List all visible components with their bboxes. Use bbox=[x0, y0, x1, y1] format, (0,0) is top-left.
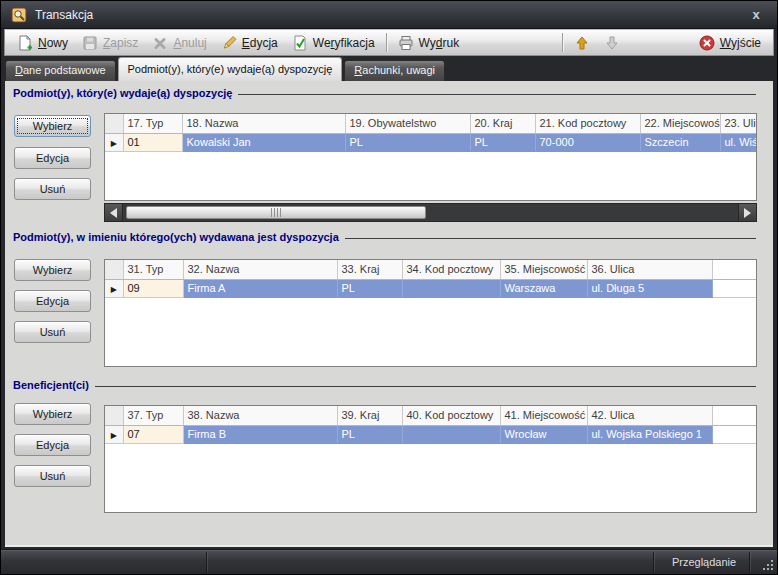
tab-rachunki-uwagi[interactable]: Rachunki, uwagi bbox=[344, 60, 445, 81]
select-button-issuers[interactable]: Wybierz bbox=[14, 115, 91, 137]
column-header[interactable]: 22. Miejscowość bbox=[640, 114, 720, 133]
row-indicator-header bbox=[105, 406, 123, 425]
column-header[interactable]: 38. Nazwa bbox=[183, 406, 337, 425]
column-header[interactable]: 33. Kraj bbox=[337, 260, 402, 279]
resize-grip[interactable] bbox=[771, 568, 773, 570]
cell-nazwa[interactable]: Kowalski Jan bbox=[182, 133, 345, 151]
select-button-beneficiaries[interactable]: Wybierz bbox=[14, 403, 91, 425]
column-header[interactable]: 31. Typ bbox=[123, 260, 183, 279]
save-icon bbox=[82, 35, 98, 51]
delete-button-issuers[interactable]: Usuń bbox=[14, 178, 91, 200]
cell-typ[interactable]: 07 bbox=[123, 425, 183, 443]
exit-button[interactable]: Wyjście bbox=[692, 33, 768, 53]
edit-button-beneficiaries[interactable]: Edycja bbox=[14, 434, 91, 456]
edit-button-principals[interactable]: Edycja bbox=[14, 290, 91, 312]
cell-typ[interactable]: 09 bbox=[123, 279, 183, 297]
cell-ulica[interactable]: ul. Długa 5 bbox=[587, 279, 712, 297]
tab-strip: Dane podstawowe Podmiot(y), który(e) wyd… bbox=[5, 57, 773, 81]
window-title: Transakcja bbox=[35, 8, 93, 22]
cell-kraj[interactable]: PL bbox=[337, 279, 402, 297]
scrollbar-track[interactable] bbox=[123, 204, 738, 221]
transaction-window: Transakcja x Nowy Zapisz bbox=[0, 0, 778, 575]
new-button[interactable]: Nowy bbox=[10, 33, 75, 53]
cell-nazwa[interactable]: Firma B bbox=[183, 425, 337, 443]
horizontal-scrollbar bbox=[104, 203, 757, 222]
column-header[interactable]: 36. Ulica bbox=[587, 260, 712, 279]
edit-button-issuers[interactable]: Edycja bbox=[14, 147, 91, 169]
issuers-header-row: 17. Typ 18. Nazwa 19. Obywatelstwo 20. K… bbox=[105, 114, 757, 133]
scroll-right-arrow-icon bbox=[744, 208, 751, 218]
move-up-button[interactable] bbox=[567, 33, 597, 53]
column-header[interactable]: 17. Typ bbox=[123, 114, 182, 133]
cell-kraj[interactable]: PL bbox=[470, 133, 535, 151]
close-icon[interactable]: x bbox=[745, 7, 767, 22]
tab-podmioty-dyspozycja[interactable]: Podmiot(y), który(e) wydaje(ą) dyspozycj… bbox=[118, 57, 343, 81]
section-header-beneficiaries: Beneficjent(ci) bbox=[13, 378, 756, 392]
move-down-button[interactable] bbox=[597, 33, 627, 53]
save-button[interactable]: Zapisz bbox=[75, 33, 145, 53]
arrow-up-icon bbox=[574, 35, 590, 51]
column-header[interactable]: 39. Kraj bbox=[337, 406, 402, 425]
column-header[interactable]: 34. Kod pocztowy bbox=[402, 260, 500, 279]
column-header[interactable]: 23. Ulica bbox=[720, 114, 757, 133]
column-filler bbox=[712, 260, 757, 279]
cell-obywatelstwo[interactable]: PL bbox=[345, 133, 470, 151]
cell-ulica[interactable]: ul. Wojska Polskiego 1 bbox=[587, 425, 712, 443]
column-header[interactable]: 32. Nazwa bbox=[183, 260, 337, 279]
statusbar-separator bbox=[749, 552, 750, 572]
scroll-left-arrow-icon bbox=[110, 208, 117, 218]
column-header[interactable]: 40. Kod pocztowy bbox=[402, 406, 500, 425]
column-filler bbox=[712, 406, 757, 425]
section-header-principals: Podmiot(y), w imieniu którego(ych) wydaw… bbox=[13, 230, 756, 244]
cell-miejscowosc[interactable]: Szczecin bbox=[640, 133, 720, 151]
column-header[interactable]: 37. Typ bbox=[123, 406, 183, 425]
column-header[interactable]: 18. Nazwa bbox=[182, 114, 345, 133]
cell-filler bbox=[712, 279, 757, 297]
toolbar-separator bbox=[386, 33, 387, 52]
principals-table-row[interactable]: ▶ 09 Firma A PL Warszawa ul. Długa 5 bbox=[105, 279, 757, 297]
edit-button[interactable]: Edycja bbox=[214, 33, 285, 53]
select-button-principals[interactable]: Wybierz bbox=[14, 259, 91, 281]
beneficiaries-grid: 37. Typ 38. Nazwa 39. Kraj 40. Kod poczt… bbox=[104, 405, 757, 513]
column-header[interactable]: 19. Obywatelstwo bbox=[345, 114, 470, 133]
row-selector-cell[interactable]: ▶ bbox=[105, 425, 123, 443]
delete-button-principals[interactable]: Usuń bbox=[14, 321, 91, 343]
statusbar-separator bbox=[653, 552, 654, 572]
column-header[interactable]: 21. Kod pocztowy bbox=[535, 114, 640, 133]
section-rule bbox=[345, 238, 756, 239]
cancel-button[interactable]: Anuluj bbox=[145, 33, 213, 53]
verify-button[interactable]: Weryfikacja bbox=[285, 33, 382, 53]
row-selector-cell[interactable]: ▶ bbox=[105, 133, 123, 151]
cell-kraj[interactable]: PL bbox=[337, 425, 402, 443]
column-header[interactable]: 35. Miejscowość bbox=[500, 260, 587, 279]
cell-typ[interactable]: 01 bbox=[123, 133, 182, 151]
scroll-left-button[interactable] bbox=[105, 204, 123, 221]
title-bar: Transakcja x bbox=[1, 1, 777, 29]
issuers-table-row[interactable]: ▶ 01 Kowalski Jan PL PL 70-000 Szczecin … bbox=[105, 133, 757, 151]
tab-content-panel: Podmiot(y), który(e) wydaje(ą) dyspozycj… bbox=[5, 81, 773, 547]
cell-miejscowosc[interactable]: Warszawa bbox=[500, 279, 587, 297]
row-indicator-header bbox=[105, 260, 123, 279]
issuers-grid: 17. Typ 18. Nazwa 19. Obywatelstwo 20. K… bbox=[104, 113, 757, 201]
tab-dane-podstawowe[interactable]: Dane podstawowe bbox=[5, 60, 116, 81]
cell-nazwa[interactable]: Firma A bbox=[183, 279, 337, 297]
scrollbar-thumb[interactable] bbox=[126, 206, 426, 219]
print-icon bbox=[398, 35, 414, 51]
cell-ulica[interactable]: ul. Wiś bbox=[720, 133, 757, 151]
cell-kod-pocztowy[interactable] bbox=[402, 425, 500, 443]
cell-kod-pocztowy[interactable]: 70-000 bbox=[535, 133, 640, 151]
column-header[interactable]: 41. Miejscowość bbox=[500, 406, 587, 425]
delete-button-beneficiaries[interactable]: Usuń bbox=[14, 465, 91, 487]
beneficiaries-table-row[interactable]: ▶ 07 Firma B PL Wrocław ul. Wojska Polsk… bbox=[105, 425, 757, 443]
section-rule bbox=[95, 386, 756, 387]
column-header[interactable]: 42. Ulica bbox=[587, 406, 712, 425]
cell-miejscowosc[interactable]: Wrocław bbox=[500, 425, 587, 443]
current-row-arrow-icon: ▶ bbox=[111, 431, 117, 440]
print-button[interactable]: Wydruk bbox=[391, 33, 467, 53]
verify-check-icon bbox=[292, 35, 308, 51]
cell-kod-pocztowy[interactable] bbox=[402, 279, 500, 297]
row-selector-cell[interactable]: ▶ bbox=[105, 279, 123, 297]
scroll-right-button[interactable] bbox=[738, 204, 756, 221]
column-header[interactable]: 20. Kraj bbox=[470, 114, 535, 133]
cell-filler bbox=[712, 425, 757, 443]
